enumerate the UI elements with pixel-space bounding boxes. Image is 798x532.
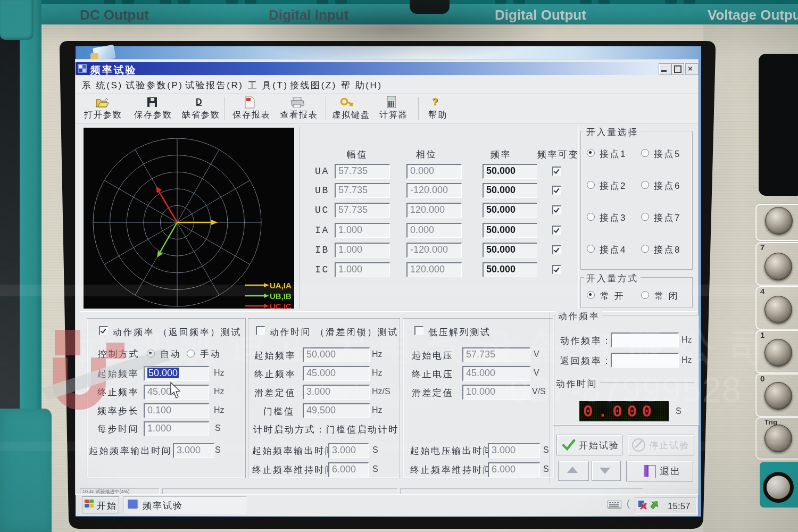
svg-text:UC,IC: UC,IC [270, 302, 292, 309]
